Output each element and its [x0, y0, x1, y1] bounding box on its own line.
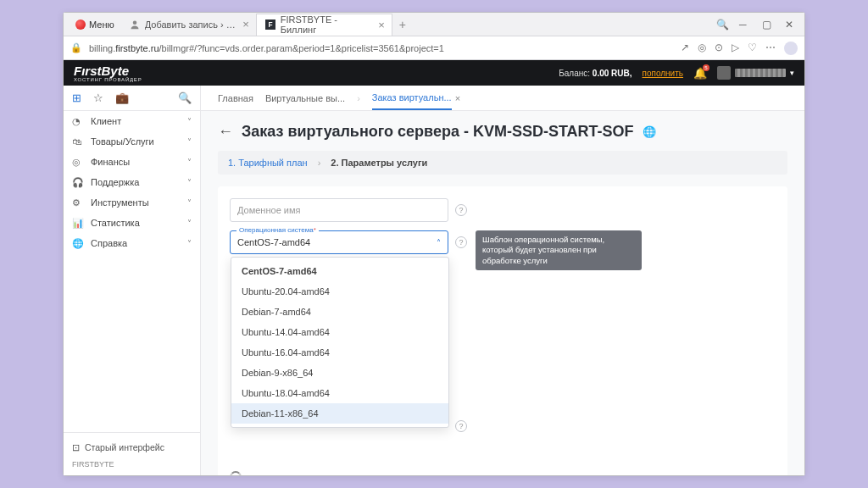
opera-menu-label: Меню [89, 19, 114, 30]
url-field[interactable]: billing.firstbyte.ru/billmgr#/?func=vds.… [89, 43, 674, 53]
globe-icon: 🌐 [72, 238, 84, 249]
opera-menu-button[interactable]: Меню [69, 13, 121, 36]
help-icon[interactable]: ? [455, 236, 467, 248]
opera-logo-icon [75, 19, 86, 30]
heart-icon[interactable]: ♡ [748, 42, 757, 55]
sidebar-item-globe[interactable]: 🌐Справка˅ [64, 233, 200, 253]
close-tab-icon[interactable]: × [455, 93, 460, 103]
back-arrow-icon[interactable]: ← [218, 123, 233, 141]
snapshot-icon[interactable]: ⊙ [715, 42, 723, 55]
sidebar-item-label: Справка [91, 238, 127, 248]
chevron-down-icon: ˅ [187, 137, 192, 147]
domain-input[interactable] [230, 198, 448, 222]
help-icon[interactable]: ? [455, 204, 467, 216]
chevron-down-icon: ▾ [790, 69, 794, 77]
crumb-home[interactable]: Главная [218, 93, 253, 103]
url-path: /billmgr#/?func=vds.order.param&period=1… [159, 43, 444, 53]
url-sub: billing. [89, 43, 115, 53]
os-option[interactable]: Ubuntu-14.04-amd64 [231, 322, 448, 342]
sidebar-item-label: Поддержка [91, 177, 139, 187]
chart-icon: 📊 [72, 218, 84, 229]
briefcase-icon[interactable]: 💼 [115, 92, 129, 104]
os-option[interactable]: CentOS-7-amd64 [231, 261, 448, 281]
browser-tab[interactable]: Добавить запись › Админ × [121, 14, 257, 36]
form-card: ? Операционная система* CentOS-7-amd64 ˄… [218, 186, 787, 475]
os-option[interactable]: Debian-7-amd64 [231, 302, 448, 322]
browser-window: Меню Добавить запись › Админ × F FIRSTBY… [63, 12, 805, 476]
favicon-icon: F [265, 19, 275, 30]
search-icon[interactable]: 🔍 [716, 19, 727, 30]
search-icon[interactable]: 🔍 [178, 92, 192, 104]
globe-icon[interactable]: 🌐 [643, 125, 656, 138]
avatar-icon [717, 66, 731, 80]
crumb-order[interactable]: Заказ виртуальн... [372, 92, 452, 110]
coin-icon: ◎ [72, 157, 84, 168]
new-tab-button[interactable]: + [392, 18, 413, 31]
browser-tab-active[interactable]: F FIRSTBYTE - Биллинг × [257, 14, 392, 36]
sidebar-item-chart[interactable]: 📊Статистика˅ [64, 213, 200, 233]
old-ui-label: Старый интерфейс [85, 442, 164, 452]
chevron-down-icon: ˅ [187, 178, 192, 187]
sidebar-nav: ◔Клиент˅🛍Товары/Услуги˅◎Финансы˅🎧Поддерж… [64, 111, 200, 253]
balance-value: 0.00 RUB, [593, 69, 632, 78]
os-select[interactable]: Операционная система* CentOS-7-amd64 ˄ C… [230, 230, 448, 254]
field-os: Операционная система* CentOS-7-amd64 ˄ C… [230, 230, 776, 254]
chevron-right-icon: › [318, 158, 321, 168]
sidebar-item-cart[interactable]: 🛍Товары/Услуги˅ [64, 131, 200, 152]
step-tariff[interactable]: 1. Тарифный план [228, 158, 308, 168]
content-area: ← Заказ виртуального сервера - KVM-SSD-S… [201, 111, 804, 475]
profile-icon[interactable] [784, 42, 798, 55]
cart-icon: 🛍 [72, 136, 84, 147]
share-icon[interactable]: ↗ [681, 42, 689, 55]
sidebar: ⊞ ☆ 💼 🔍 ◔Клиент˅🛍Товары/Услуги˅◎Финансы˅… [64, 86, 201, 475]
crumb-virtual[interactable]: Виртуальные вы... [265, 93, 345, 103]
sidebar-item-headset[interactable]: 🎧Поддержка˅ [64, 172, 200, 192]
person-icon [130, 19, 140, 30]
sidebar-item-label: Инструменты [91, 197, 149, 208]
sidebar-toolbar: ⊞ ☆ 💼 🔍 [64, 86, 200, 111]
help-icon[interactable]: ? [455, 420, 467, 432]
breadcrumb-tabs: Главная Виртуальные вы... › Заказ виртуа… [201, 86, 804, 111]
lock-icon[interactable]: 🔒 [70, 42, 82, 53]
old-interface-link[interactable]: ⊡ Старый интерфейс [72, 438, 192, 457]
play-icon[interactable]: ▷ [732, 42, 739, 55]
logo-subtitle: ХОСТИНГ ПРОВАЙДЕР [74, 77, 142, 82]
user-menu[interactable]: ▾ [717, 66, 794, 80]
more-icon[interactable]: ⋯ [765, 42, 776, 55]
os-option[interactable]: Debian-11-x86_64 [231, 403, 448, 424]
gear-icon: ⚙ [72, 197, 84, 208]
loading-spinner-icon [230, 471, 242, 475]
notification-bell-icon[interactable]: 🔔5 [693, 67, 707, 80]
app-logo[interactable]: FırstByte ХОСТИНГ ПРОВАЙДЕР [74, 64, 142, 82]
os-option[interactable]: Ubuntu-16.04-amd64 [231, 342, 448, 363]
sidebar-item-gear[interactable]: ⚙Инструменты˅ [64, 192, 200, 213]
step-params: 2. Параметры услуги [331, 158, 427, 168]
close-icon[interactable]: × [378, 19, 385, 31]
address-bar: 🔒 billing.firstbyte.ru/billmgr#/?func=vd… [64, 36, 804, 60]
sidebar-item-label: Клиент [91, 116, 121, 126]
sidebar-item-label: Товары/Услуги [91, 136, 154, 147]
username-redacted [735, 69, 786, 77]
maximize-icon[interactable]: ▢ [762, 19, 773, 30]
sidebar-item-coin[interactable]: ◎Финансы˅ [64, 152, 200, 172]
window-icon: ⊡ [72, 442, 80, 452]
os-option[interactable]: Ubuntu-20.04-amd64 [231, 281, 448, 302]
minimize-icon[interactable]: ─ [739, 19, 750, 30]
sidebar-item-label: Финансы [91, 157, 130, 167]
app-topbar: FırstByte ХОСТИНГ ПРОВАЙДЕР Баланс: 0.00… [64, 60, 804, 86]
main-panel: Главная Виртуальные вы... › Заказ виртуа… [201, 86, 804, 475]
os-option[interactable]: Ubuntu-18.04-amd64 [231, 383, 448, 403]
os-option[interactable]: Debian-9-x86_64 [231, 363, 448, 383]
svg-point-0 [132, 20, 136, 25]
browser-tabbar: Меню Добавить запись › Админ × F FIRSTBY… [64, 13, 804, 36]
target-icon[interactable]: ◎ [698, 42, 706, 55]
star-icon[interactable]: ☆ [93, 92, 103, 104]
topup-link[interactable]: пополнить [643, 69, 683, 78]
close-window-icon[interactable]: ✕ [785, 19, 796, 30]
sidebar-item-user[interactable]: ◔Клиент˅ [64, 111, 200, 131]
chevron-up-icon: ˄ [437, 238, 441, 247]
dashboard-icon[interactable]: ⊞ [72, 92, 81, 104]
chevron-down-icon: ˅ [187, 158, 192, 167]
close-icon[interactable]: × [242, 18, 249, 30]
tab-title: Добавить запись › Админ [145, 19, 237, 30]
